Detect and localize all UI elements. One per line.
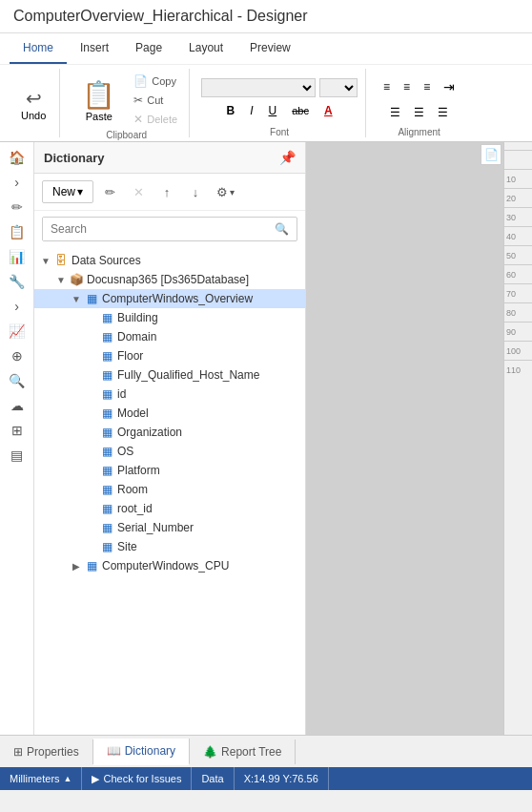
dictionary-tab-label: Dictionary (125, 744, 175, 758)
font-size-select[interactable] (319, 78, 358, 97)
strikethrough-button[interactable]: abc (286, 102, 315, 119)
ruler-mark: 80 (504, 302, 532, 322)
tab-layout[interactable]: Layout (175, 33, 236, 64)
sidebar-icon-clipboard[interactable]: 📋 (4, 220, 31, 243)
down-tool-button[interactable]: ↓ (183, 179, 208, 204)
copy-button[interactable]: 📄 Copy (130, 73, 181, 90)
field-icon-room: ▦ (99, 482, 114, 497)
tree-node-docusnap[interactable]: ▼ 📦 Docusnap365 [Ds365Database] (34, 270, 305, 289)
align-left-button[interactable]: ☰ (384, 102, 406, 123)
tab-dictionary[interactable]: 📖 Dictionary (93, 739, 190, 765)
delete-label: Delete (147, 114, 177, 125)
sidebar-icon-list[interactable]: ▤ (4, 444, 31, 467)
list-item[interactable]: ▦ Model (34, 404, 305, 423)
new-chevron-icon: ▾ (77, 185, 83, 198)
align-extra-button[interactable]: ⇥ (438, 75, 460, 98)
tab-properties[interactable]: ⊞ Properties (0, 739, 93, 764)
sidebar-icon-chart[interactable]: 📊 (4, 245, 31, 268)
toggle-docusnap[interactable]: ▼ (53, 272, 69, 287)
sidebar-icon-arrow2[interactable]: › (4, 295, 31, 318)
tab-preview[interactable]: Preview (236, 33, 304, 64)
toggle-cwo[interactable]: ▼ (69, 291, 84, 306)
list-item[interactable]: ▦ id (34, 385, 305, 404)
paste-icon: 📋 (82, 79, 115, 111)
tree-node-datasources[interactable]: ▼ 🗄 Data Sources (34, 251, 305, 270)
toggle-datasources[interactable]: ▼ (38, 253, 53, 268)
bold-button[interactable]: B (221, 101, 241, 120)
unit-chevron-icon: ▲ (64, 774, 72, 783)
align-center-top-button[interactable]: ≡ (398, 75, 416, 98)
list-item[interactable]: ▦ OS (34, 442, 305, 461)
new-page-button[interactable]: 📄 (481, 144, 501, 165)
properties-tab-icon: ⊞ (13, 745, 23, 759)
ribbon-content: ↩ Undo 📋 Paste 📄 Copy ✂ (0, 64, 532, 141)
undo-button[interactable]: ↩ Undo (15, 83, 51, 125)
list-item[interactable]: ▦ Platform (34, 461, 305, 480)
tree-node-cwo[interactable]: ▼ ▦ ComputerWindows_Overview (34, 289, 305, 308)
edit-tool-button[interactable]: ✏ (97, 179, 122, 204)
align-left-top-button[interactable]: ≡ (378, 75, 396, 98)
alignment-group-label: Alignment (398, 127, 440, 137)
align-right-top-button[interactable]: ≡ (418, 75, 436, 98)
sidebar-icon-search[interactable]: 🔍 (4, 369, 31, 392)
tree-node-cpu[interactable]: ▶ ▦ ComputerWindows_CPU (34, 556, 305, 575)
delete-tool-button[interactable]: ✕ (126, 179, 151, 204)
toggle-cpu[interactable]: ▶ (69, 558, 84, 573)
list-item[interactable]: ▦ Fully_Qualified_Host_Name (34, 365, 305, 385)
sidebar-icon-add[interactable]: ⊕ (4, 344, 31, 367)
unit-status-item[interactable]: Millimeters ▲ (0, 767, 82, 790)
new-button[interactable]: New ▾ (42, 180, 93, 203)
sidebar-icon-tool[interactable]: 🔧 (4, 270, 31, 293)
cut-icon: ✂ (133, 94, 143, 107)
list-item[interactable]: ▦ Room (34, 480, 305, 499)
clipboard-group: 📋 Paste 📄 Copy ✂ Cut ✕ Delete (64, 69, 190, 137)
datasources-icon: 🗄 (53, 253, 69, 268)
sidebar-icon-home[interactable]: 🏠 (4, 146, 31, 169)
search-input[interactable] (43, 218, 267, 240)
docusnap-label: Docusnap365 [Ds365Database] (87, 273, 249, 286)
font-family-select[interactable] (201, 78, 316, 97)
list-item[interactable]: ▦ Floor (34, 346, 305, 365)
field-label-building: Building (117, 311, 158, 324)
cut-button[interactable]: ✂ Cut (130, 92, 181, 109)
unit-label: Millimeters (10, 773, 60, 784)
align-center-button[interactable]: ☰ (408, 102, 430, 123)
tab-report-tree[interactable]: 🌲 Report Tree (190, 739, 296, 764)
field-icon-model: ▦ (99, 406, 114, 421)
list-item[interactable]: ▦ root_id (34, 499, 305, 518)
undo-group: ↩ Undo (8, 69, 60, 137)
coordinates-status-item: X:14.99 Y:76.56 (235, 767, 329, 790)
list-item[interactable]: ▦ Serial_Number (34, 518, 305, 537)
check-issues-item[interactable]: ▶ Check for Issues (82, 767, 192, 790)
tab-page[interactable]: Page (122, 33, 175, 64)
up-tool-button[interactable]: ↑ (154, 179, 179, 204)
sidebar-icon-linechart[interactable]: 📈 (4, 320, 31, 343)
delete-button[interactable]: ✕ Delete (130, 111, 181, 128)
font-color-button[interactable]: A (318, 101, 338, 120)
paste-button[interactable]: 📋 Paste (72, 74, 126, 127)
tab-insert[interactable]: Insert (67, 33, 122, 64)
tab-home[interactable]: Home (10, 33, 67, 64)
dict-pin-icon[interactable]: 📌 (279, 150, 296, 165)
field-icon-os: ▦ (99, 444, 114, 459)
search-icon[interactable]: 🔍 (267, 219, 297, 239)
sidebar-icon-grid[interactable]: ⊞ (4, 419, 31, 442)
sidebar-icon-edit[interactable]: ✏ (4, 196, 31, 219)
field-label-site: Site (117, 540, 137, 553)
list-item[interactable]: ▦ Domain (34, 327, 305, 346)
list-item[interactable]: ▦ Building (34, 308, 305, 327)
sidebar-icon-cloud[interactable]: ☁ (4, 394, 31, 417)
field-label-os: OS (117, 445, 133, 458)
data-status-item[interactable]: Data (192, 767, 234, 790)
italic-button[interactable]: I (244, 101, 258, 120)
italic-label: I (250, 104, 253, 117)
settings-tool-button[interactable]: ⚙ ▾ (212, 179, 239, 204)
font-color-label: A (324, 104, 333, 117)
underline-button[interactable]: U (263, 101, 283, 120)
field-icon-site: ▦ (99, 539, 114, 554)
sidebar-icon-arrow[interactable]: › (4, 171, 31, 194)
align-right-button[interactable]: ☰ (432, 102, 454, 123)
list-item[interactable]: ▦ Organization (34, 423, 305, 442)
report-tree-tab-label: Report Tree (221, 745, 281, 759)
list-item[interactable]: ▦ Site (34, 537, 305, 556)
